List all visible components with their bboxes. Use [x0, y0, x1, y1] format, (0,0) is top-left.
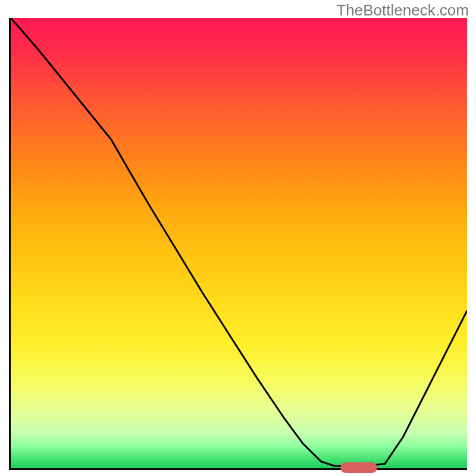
- optimal-zone-marker: [340, 462, 377, 473]
- bottleneck-curve: [11, 18, 467, 466]
- watermark-text: TheBottleneck.com: [336, 1, 469, 20]
- chart-area: [9, 18, 467, 470]
- curve-svg: [11, 18, 467, 468]
